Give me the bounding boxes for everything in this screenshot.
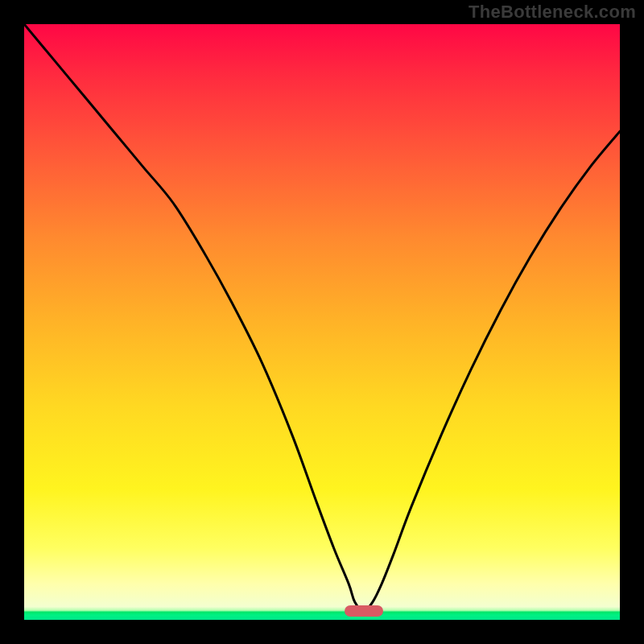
bottleneck-curve: [24, 24, 620, 620]
watermark-text: TheBottleneck.com: [469, 2, 636, 23]
curve-path: [24, 24, 620, 611]
valley-marker: [345, 605, 383, 617]
plot-area: [24, 24, 620, 620]
app-frame: TheBottleneck.com: [0, 0, 644, 644]
